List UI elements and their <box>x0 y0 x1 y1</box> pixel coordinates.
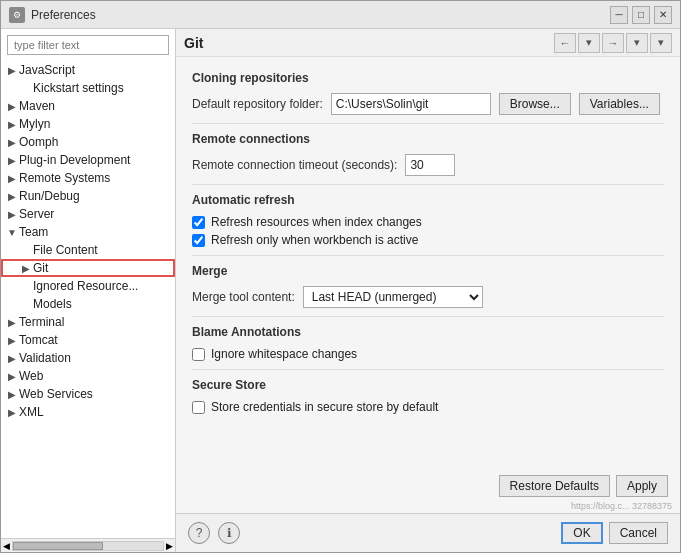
sidebar-item-rundebug[interactable]: ▶ Run/Debug <box>1 187 175 205</box>
sidebar-item-xml[interactable]: ▶ XML <box>1 403 175 421</box>
sidebar-item-remote[interactable]: ▶ Remote Systems <box>1 169 175 187</box>
browse-button[interactable]: Browse... <box>499 93 571 115</box>
title-bar: ⚙ Preferences ─ □ ✕ <box>1 1 680 29</box>
divider-4 <box>192 316 664 317</box>
apply-button[interactable]: Apply <box>616 475 668 497</box>
menu-dropdown-button[interactable]: ▾ <box>650 33 672 53</box>
preferences-window: ⚙ Preferences ─ □ ✕ ▶ JavaScript Kicksta… <box>0 0 681 553</box>
ok-button[interactable]: OK <box>561 522 602 544</box>
secure-store-checkbox[interactable] <box>192 401 205 414</box>
refresh-index-row: Refresh resources when index changes <box>192 215 664 229</box>
folder-label: Default repository folder: <box>192 97 323 111</box>
back-dropdown-button[interactable]: ▾ <box>578 33 600 53</box>
sidebar-item-validation[interactable]: ▶ Validation <box>1 349 175 367</box>
timeout-label: Remote connection timeout (seconds): <box>192 158 397 172</box>
cloning-folder-row: Default repository folder: Browse... Var… <box>192 93 664 115</box>
expand-arrow: ▶ <box>5 209 19 220</box>
item-arrow: ▶ <box>19 263 33 274</box>
footer-right: OK Cancel <box>561 522 668 544</box>
blame-whitespace-row: Ignore whitespace changes <box>192 347 664 361</box>
sidebar-item-javascript[interactable]: ▶ JavaScript <box>1 61 175 79</box>
section-merge-header: Merge <box>192 264 664 278</box>
timeout-input[interactable] <box>405 154 455 176</box>
scroll-track[interactable] <box>12 541 164 551</box>
sidebar-item-oomph[interactable]: ▶ Oomph <box>1 133 175 151</box>
sidebar-item-tomcat[interactable]: ▶ Tomcat <box>1 331 175 349</box>
secure-store-row: Store credentials in secure store by def… <box>192 400 664 414</box>
panel-footer: ? ℹ OK Cancel <box>176 513 680 552</box>
expand-arrow: ▶ <box>5 65 19 76</box>
expand-arrow: ▶ <box>5 101 19 112</box>
remote-timeout-row: Remote connection timeout (seconds): <box>192 154 664 176</box>
folder-input[interactable] <box>331 93 491 115</box>
divider-1 <box>192 123 664 124</box>
merge-tool-label: Merge tool content: <box>192 290 295 304</box>
divider-2 <box>192 184 664 185</box>
sidebar-item-plugin[interactable]: ▶ Plug-in Development <box>1 151 175 169</box>
sidebar-item-terminal[interactable]: ▶ Terminal <box>1 313 175 331</box>
horizontal-scrollbar[interactable]: ◀ ▶ <box>1 538 175 552</box>
sidebar-item-filecontent[interactable]: File Content <box>1 241 175 259</box>
main-panel: Git ← ▾ → ▾ ▾ Cloning repositories Defau… <box>176 29 680 552</box>
variables-button[interactable]: Variables... <box>579 93 660 115</box>
panel-toolbar: Git ← ▾ → ▾ ▾ <box>176 29 680 57</box>
watermark: https://blog.c... 32788375 <box>176 501 680 513</box>
refresh-workbench-row: Refresh only when workbench is active <box>192 233 664 247</box>
sidebar-item-server[interactable]: ▶ Server <box>1 205 175 223</box>
expand-arrow: ▶ <box>5 353 19 364</box>
sidebar-item-web[interactable]: ▶ Web <box>1 367 175 385</box>
window-icon: ⚙ <box>9 7 25 23</box>
maximize-button[interactable]: □ <box>632 6 650 24</box>
sidebar-item-git[interactable]: ▶ Git <box>1 259 175 277</box>
refresh-workbench-checkbox[interactable] <box>192 234 205 247</box>
expand-arrow: ▶ <box>5 335 19 346</box>
blame-whitespace-label: Ignore whitespace changes <box>211 347 357 361</box>
section-blame-header: Blame Annotations <box>192 325 664 339</box>
blame-whitespace-checkbox[interactable] <box>192 348 205 361</box>
expand-arrow: ▶ <box>5 155 19 166</box>
forward-button[interactable]: → <box>602 33 624 53</box>
sidebar-item-mylyn[interactable]: ▶ Mylyn <box>1 115 175 133</box>
sidebar-item-team[interactable]: ▼ Team <box>1 223 175 241</box>
scroll-left-arrow[interactable]: ◀ <box>3 541 10 551</box>
minimize-button[interactable]: ─ <box>610 6 628 24</box>
footer-left: ? ℹ <box>188 522 240 544</box>
sidebar-item-webservices[interactable]: ▶ Web Services <box>1 385 175 403</box>
collapse-arrow: ▼ <box>5 227 19 238</box>
section-cloning-header: Cloning repositories <box>192 71 664 85</box>
panel-body: Cloning repositories Default repository … <box>176 57 680 471</box>
sidebar-item-ignoredresource[interactable]: Ignored Resource... <box>1 277 175 295</box>
cancel-button[interactable]: Cancel <box>609 522 668 544</box>
expand-arrow: ▶ <box>5 173 19 184</box>
forward-dropdown-button[interactable]: ▾ <box>626 33 648 53</box>
expand-arrow: ▶ <box>5 137 19 148</box>
sidebar: ▶ JavaScript Kickstart settings ▶ Maven … <box>1 29 176 552</box>
expand-arrow: ▶ <box>5 371 19 382</box>
expand-arrow: ▶ <box>5 191 19 202</box>
title-bar-left: ⚙ Preferences <box>9 7 96 23</box>
refresh-index-checkbox[interactable] <box>192 216 205 229</box>
scroll-right-arrow[interactable]: ▶ <box>166 541 173 551</box>
help-button[interactable]: ? <box>188 522 210 544</box>
filter-input[interactable] <box>7 35 169 55</box>
scroll-thumb[interactable] <box>13 542 103 550</box>
tree-area: ▶ JavaScript Kickstart settings ▶ Maven … <box>1 61 175 538</box>
apply-row: Restore Defaults Apply <box>176 471 680 501</box>
restore-defaults-button[interactable]: Restore Defaults <box>499 475 610 497</box>
merge-tool-row: Merge tool content: Last HEAD (unmerged)… <box>192 286 664 308</box>
divider-3 <box>192 255 664 256</box>
sidebar-item-kickstart[interactable]: Kickstart settings <box>1 79 175 97</box>
merge-tool-select[interactable]: Last HEAD (unmerged) Pre-merge state Cur… <box>303 286 483 308</box>
expand-arrow: ▶ <box>5 317 19 328</box>
refresh-workbench-label: Refresh only when workbench is active <box>211 233 418 247</box>
expand-arrow: ▶ <box>5 119 19 130</box>
section-securestore-header: Secure Store <box>192 378 664 392</box>
sidebar-item-maven[interactable]: ▶ Maven <box>1 97 175 115</box>
close-button[interactable]: ✕ <box>654 6 672 24</box>
sidebar-item-models[interactable]: Models <box>1 295 175 313</box>
info-button[interactable]: ℹ <box>218 522 240 544</box>
expand-arrow: ▶ <box>5 407 19 418</box>
window-title: Preferences <box>31 8 96 22</box>
back-button[interactable]: ← <box>554 33 576 53</box>
toolbar-nav: ← ▾ → ▾ ▾ <box>554 33 672 53</box>
